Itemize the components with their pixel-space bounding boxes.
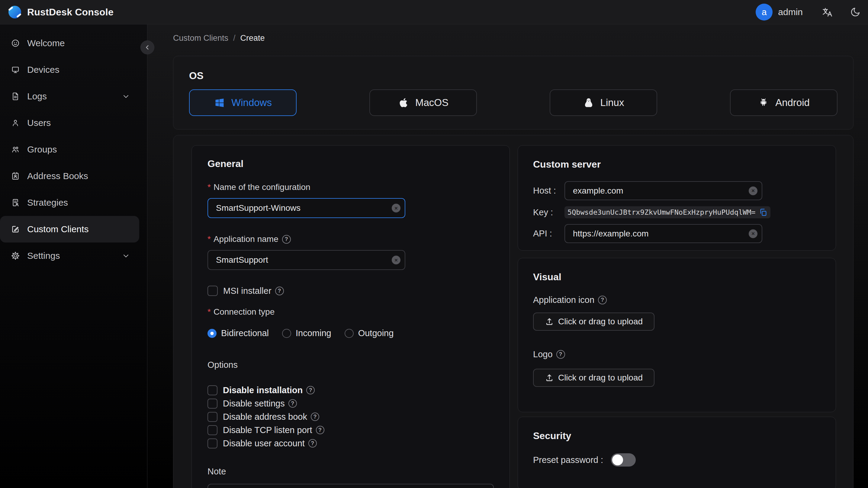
sidebar-item-label: Custom Clients bbox=[27, 224, 89, 234]
help-icon[interactable] bbox=[598, 296, 607, 304]
upload-button-label: Click or drag to upload bbox=[558, 317, 643, 327]
clear-app-name-icon[interactable] bbox=[392, 256, 401, 265]
upload-icon bbox=[545, 317, 554, 326]
sidebar-item-label: Devices bbox=[27, 65, 60, 75]
username[interactable]: admin bbox=[778, 7, 803, 17]
option-disable-settings: Disable settings bbox=[208, 398, 494, 408]
clear-api-icon[interactable] bbox=[749, 229, 757, 238]
radio-label: Bidirectional bbox=[221, 328, 269, 338]
sidebar-item-custom-clients[interactable]: Custom Clients bbox=[0, 216, 139, 243]
help-icon[interactable] bbox=[275, 286, 284, 295]
option-label: Disable TCP listen port bbox=[223, 425, 312, 435]
radio-bidirectional[interactable]: Bidirectional bbox=[208, 328, 269, 338]
custom-server-card: Custom server Host : Key : 5Qbwsde3u bbox=[518, 145, 836, 251]
radio-incoming[interactable]: Incoming bbox=[282, 328, 331, 338]
visual-title: Visual bbox=[533, 272, 820, 282]
clear-name-icon[interactable] bbox=[392, 204, 401, 213]
chevron-left-icon bbox=[144, 44, 151, 51]
translate-icon bbox=[822, 6, 833, 18]
os-button-android[interactable]: Android bbox=[730, 89, 837, 116]
gear-icon bbox=[11, 251, 20, 260]
sidebar-collapse-button[interactable] bbox=[141, 40, 154, 54]
upload-app-icon-button[interactable]: Click or drag to upload bbox=[533, 312, 654, 331]
sidebar-item-strategies[interactable]: Strategies bbox=[0, 189, 139, 216]
sidebar-item-welcome[interactable]: Welcome bbox=[0, 30, 139, 57]
option-checkbox[interactable] bbox=[208, 438, 217, 449]
copy-key-button[interactable] bbox=[758, 208, 768, 217]
upload-logo-button[interactable]: Click or drag to upload bbox=[533, 369, 654, 387]
os-button-windows[interactable]: Windows bbox=[189, 89, 297, 116]
note-input[interactable] bbox=[208, 484, 494, 488]
main-content: Custom Clients / Create OS Windows bbox=[147, 25, 868, 488]
os-button-label: MacOS bbox=[415, 97, 448, 109]
os-button-macos[interactable]: MacOS bbox=[369, 89, 477, 116]
os-button-linux[interactable]: Linux bbox=[550, 89, 657, 116]
help-icon[interactable] bbox=[306, 386, 315, 394]
breadcrumb-separator: / bbox=[233, 33, 236, 43]
app-body: Welcome Devices Logs Users bbox=[0, 25, 868, 488]
app-name-input[interactable] bbox=[208, 250, 405, 270]
avatar[interactable]: a bbox=[756, 4, 773, 21]
radio-outgoing[interactable]: Outgoing bbox=[345, 328, 394, 338]
option-disable-tcp-listen-port: Disable TCP listen port bbox=[208, 425, 494, 435]
help-icon[interactable] bbox=[556, 350, 565, 359]
help-icon[interactable] bbox=[311, 413, 319, 421]
option-disable-installation: Disable installation bbox=[208, 385, 494, 395]
options-label: Options bbox=[208, 360, 494, 370]
option-checkbox[interactable] bbox=[208, 412, 217, 422]
os-card: OS Windows MacOS bbox=[173, 56, 854, 129]
sidebar-item-users[interactable]: Users bbox=[0, 110, 139, 136]
help-icon[interactable] bbox=[288, 399, 297, 408]
chevron-down-icon bbox=[122, 92, 130, 100]
address-book-icon bbox=[11, 172, 20, 181]
apple-icon bbox=[398, 97, 409, 109]
radio-icon bbox=[208, 329, 217, 338]
api-input-wrap bbox=[564, 224, 762, 243]
help-icon[interactable] bbox=[316, 426, 324, 434]
theme-toggle-button[interactable] bbox=[850, 7, 861, 18]
required-asterisk: * bbox=[208, 307, 211, 317]
chevron-down-icon bbox=[122, 251, 130, 260]
key-row: Key : 5Qbwsde3unUcJBtrx9ZkvUmwFNoExHzpry… bbox=[533, 206, 820, 218]
linux-penguin-icon bbox=[583, 97, 594, 109]
language-button[interactable] bbox=[822, 6, 833, 18]
preset-password-label: Preset password : bbox=[533, 455, 603, 465]
option-label: Disable installation bbox=[223, 385, 303, 395]
user-icon bbox=[11, 118, 20, 127]
radio-icon bbox=[282, 329, 291, 338]
sidebar-item-settings[interactable]: Settings bbox=[0, 243, 139, 269]
key-value-box: 5Qbwsde3unUcJBtrx9ZkvUmwFNoExHzpryHuPUdq… bbox=[564, 206, 770, 218]
sidebar-item-groups[interactable]: Groups bbox=[0, 136, 139, 163]
option-label: Disable address book bbox=[223, 412, 307, 422]
general-card: General * Name of the configuration * Ap… bbox=[191, 145, 510, 488]
sidebar-item-devices[interactable]: Devices bbox=[0, 57, 139, 83]
clear-host-icon[interactable] bbox=[749, 186, 757, 195]
host-input-wrap bbox=[564, 181, 762, 200]
app-title: RustDesk Console bbox=[27, 7, 114, 18]
sidebar-item-label: Groups bbox=[27, 144, 57, 155]
api-row: API : bbox=[533, 224, 820, 243]
sidebar-item-address-books[interactable]: Address Books bbox=[0, 163, 139, 189]
upload-icon bbox=[545, 373, 554, 382]
sidebar-item-logs[interactable]: Logs bbox=[0, 83, 139, 110]
help-icon[interactable] bbox=[308, 439, 317, 448]
left-column: General * Name of the configuration * Ap… bbox=[191, 145, 510, 488]
windows-icon bbox=[214, 97, 225, 109]
option-checkbox[interactable] bbox=[208, 399, 217, 408]
host-input[interactable] bbox=[564, 181, 762, 200]
msi-installer-checkbox[interactable] bbox=[208, 286, 218, 296]
users-group-icon bbox=[11, 145, 20, 154]
help-icon[interactable] bbox=[282, 235, 291, 244]
api-input[interactable] bbox=[564, 224, 762, 243]
options-list: Disable installation Disable settings Di bbox=[208, 385, 494, 449]
sidebar: Welcome Devices Logs Users bbox=[0, 25, 147, 488]
toggle-knob bbox=[612, 455, 623, 465]
preset-password-row: Preset password : bbox=[533, 453, 820, 466]
name-input[interactable] bbox=[208, 198, 405, 218]
option-checkbox[interactable] bbox=[208, 385, 217, 395]
option-checkbox[interactable] bbox=[208, 425, 217, 435]
monitor-icon bbox=[11, 65, 20, 74]
preset-password-toggle[interactable] bbox=[611, 453, 636, 466]
breadcrumb-parent[interactable]: Custom Clients bbox=[173, 33, 228, 43]
note-label: Note bbox=[208, 466, 494, 477]
